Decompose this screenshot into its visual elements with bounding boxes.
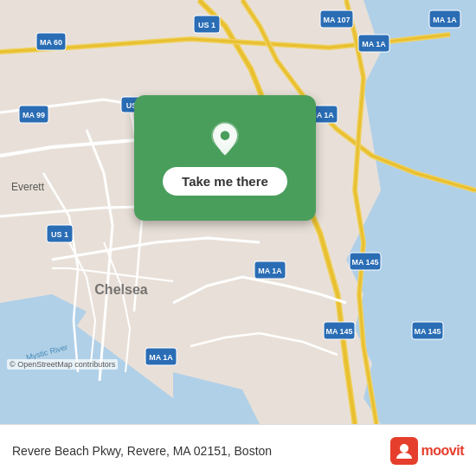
svg-text:Everett: Everett <box>11 181 45 193</box>
svg-text:MA 145: MA 145 <box>414 327 441 336</box>
svg-text:MA 145: MA 145 <box>325 327 352 336</box>
svg-text:US 1: US 1 <box>198 21 215 29</box>
bottom-bar: Revere Beach Pkwy, Revere, MA 02151, Bos… <box>0 424 476 476</box>
svg-text:MA 1A: MA 1A <box>258 267 282 275</box>
svg-point-36 <box>400 444 408 453</box>
svg-text:MA 107: MA 107 <box>323 16 350 24</box>
svg-point-34 <box>221 131 230 140</box>
moovit-logo: moovit <box>390 437 464 465</box>
take-me-there-button[interactable]: Take me there <box>163 167 287 196</box>
svg-text:MA 1A: MA 1A <box>433 16 457 24</box>
svg-text:US 1: US 1 <box>51 230 68 239</box>
moovit-logo-icon <box>390 437 418 465</box>
svg-text:MA 99: MA 99 <box>23 111 45 119</box>
svg-text:MA 145: MA 145 <box>351 258 378 267</box>
location-pin-icon <box>206 120 244 158</box>
svg-text:MA 60: MA 60 <box>40 38 62 47</box>
address-text: Revere Beach Pkwy, Revere, MA 02151, Bos… <box>12 444 382 458</box>
moovit-brand-name: moovit <box>421 443 464 459</box>
action-card: Take me there <box>134 95 316 221</box>
svg-text:MA 1A: MA 1A <box>149 353 173 362</box>
map-container: MA 60 US 1 US MA 99 US 1 MA 107 MA 1A MA… <box>0 0 476 424</box>
svg-text:Chelsea: Chelsea <box>94 282 147 297</box>
copyright-text: © OpenStreetMap contributors <box>7 359 118 370</box>
svg-text:MA 1A: MA 1A <box>362 40 386 48</box>
